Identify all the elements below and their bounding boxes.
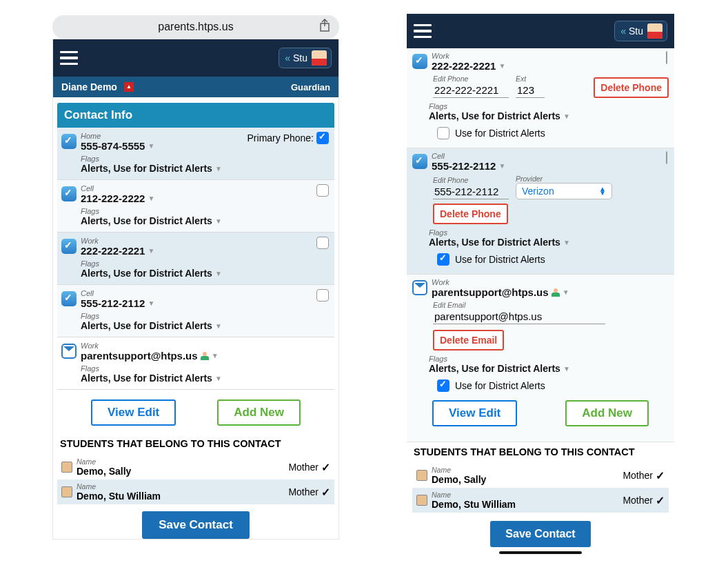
address-bar: parents.htps.us — [52, 15, 339, 39]
chevron-left-icon: « — [285, 52, 286, 63]
save-contact-button[interactable]: Save Contact — [490, 521, 590, 547]
phone-icon — [61, 239, 77, 254]
menu-icon[interactable] — [60, 51, 78, 66]
select-arrows-icon: ▲▼ — [599, 187, 606, 195]
add-new-button[interactable]: Add New — [217, 399, 301, 426]
students-header: STUDENTS THAT BELONG TO THIS CONTACT — [412, 442, 669, 463]
phone-icon — [61, 134, 77, 149]
app-viewport: « Stu Diane Demo ▲ Guardian Contact Info… — [52, 39, 339, 540]
check-icon: ✓ — [321, 486, 330, 499]
stu-label: Stu — [293, 52, 307, 63]
chevron-left-icon: « — [620, 26, 622, 37]
edit-phone-input[interactable] — [433, 184, 509, 199]
contact-banner: Diane Demo ▲ Guardian — [53, 77, 338, 97]
caret-icon: ▼ — [148, 142, 154, 150]
student-icon — [416, 470, 427, 481]
check-icon: ✓ — [321, 461, 330, 474]
contact-role: Guardian — [291, 82, 330, 92]
check-icon: ✓ — [656, 469, 665, 482]
url-text: parents.htps.us — [61, 21, 331, 33]
primary-phone-indicator: Primary Phone: — [247, 132, 329, 144]
share-icon[interactable] — [318, 19, 331, 35]
ext-input[interactable] — [516, 83, 545, 98]
person-icon — [552, 288, 560, 297]
phone-icon — [61, 186, 77, 201]
contact-name: Diane Demo ▲ — [61, 81, 134, 92]
section-header: Contact Info — [57, 103, 334, 128]
right-phone: « Stu Work 222-222-2221▼ Edit Phone — [407, 14, 674, 557]
avatar — [647, 23, 663, 39]
contact-row-email[interactable]: Work parentsupport@htps.us▼ Flags Alerts… — [57, 337, 334, 390]
menu-icon[interactable] — [414, 24, 432, 39]
select-checkbox[interactable] — [666, 151, 667, 164]
delete-phone-button[interactable]: Delete Phone — [433, 204, 508, 224]
student-icon — [61, 486, 72, 497]
phone-value: 555-874-5555 — [81, 140, 145, 152]
select-checkbox[interactable] — [316, 237, 329, 249]
student-row[interactable]: Name Demo, Sally Mother✓ — [412, 463, 669, 488]
top-nav: « Stu — [53, 39, 338, 77]
contact-row-work[interactable]: Work 222-222-2221▼ Flags Alerts, Use for… — [57, 233, 334, 285]
provider-select[interactable]: Verizon ▲▼ — [516, 183, 612, 199]
phone-icon — [412, 154, 427, 169]
email-icon — [412, 280, 427, 295]
primary-check-icon[interactable] — [316, 132, 329, 144]
edit-email-input[interactable] — [433, 309, 605, 324]
person-icon — [201, 352, 209, 360]
home-indicator — [499, 551, 582, 554]
edit-phone-input[interactable] — [433, 83, 509, 98]
delete-phone-button[interactable]: Delete Phone — [594, 77, 669, 98]
email-icon — [61, 344, 77, 359]
left-phone: parents.htps.us « Stu Diane Demo ▲ Guard… — [52, 15, 339, 553]
students-header: STUDENTS THAT BELONG TO THIS CONTACT — [57, 434, 334, 455]
top-nav: « Stu — [407, 14, 674, 48]
student-icon — [61, 462, 72, 473]
select-checkbox[interactable] — [666, 51, 667, 64]
contact-row-cell[interactable]: Cell 212-222-2222▼ Flags Alerts, Use for… — [57, 180, 334, 233]
save-contact-button[interactable]: Save Contact — [142, 511, 250, 539]
student-pill[interactable]: « Stu — [279, 48, 332, 68]
phone-icon — [61, 291, 77, 306]
student-row[interactable]: Name Demo, Sally Mother✓ — [57, 455, 334, 480]
student-row[interactable]: Name Demo, Stu William Mother✓ — [57, 480, 334, 504]
contact-row-cell-2[interactable]: Cell 555-212-2112▼ Flags Alerts, Use for… — [57, 285, 334, 337]
pdf-icon[interactable]: ▲ — [124, 82, 134, 92]
contact-row-home[interactable]: Home 555-874-5555▼ Flags Alerts, Use for… — [57, 128, 334, 180]
select-checkbox[interactable] — [316, 184, 329, 197]
edit-work-phone-section: Work 222-222-2221▼ Edit Phone Ext Delete… — [407, 48, 674, 148]
district-checkbox[interactable] — [437, 253, 449, 266]
select-checkbox[interactable] — [316, 289, 329, 302]
add-new-button[interactable]: Add New — [565, 400, 649, 426]
district-checkbox[interactable] — [437, 127, 449, 139]
student-row[interactable]: Name Demo, Stu William Mother✓ — [412, 488, 669, 513]
view-edit-button[interactable]: View Edit — [91, 399, 176, 426]
avatar — [312, 50, 327, 66]
delete-email-button[interactable]: Delete Email — [433, 330, 504, 350]
phone-icon — [412, 54, 427, 69]
view-edit-button[interactable]: View Edit — [432, 400, 517, 426]
edit-cell-phone-section: Cell 555-212-2112▼ Edit Phone Provider V… — [407, 148, 674, 275]
edit-work-email-section: Work parentsupport@htps.us▼ Edit Email D… — [407, 275, 674, 442]
student-icon — [416, 495, 427, 506]
check-icon: ✓ — [656, 494, 665, 507]
district-checkbox[interactable] — [437, 379, 449, 392]
student-pill[interactable]: « Stu — [614, 21, 667, 41]
